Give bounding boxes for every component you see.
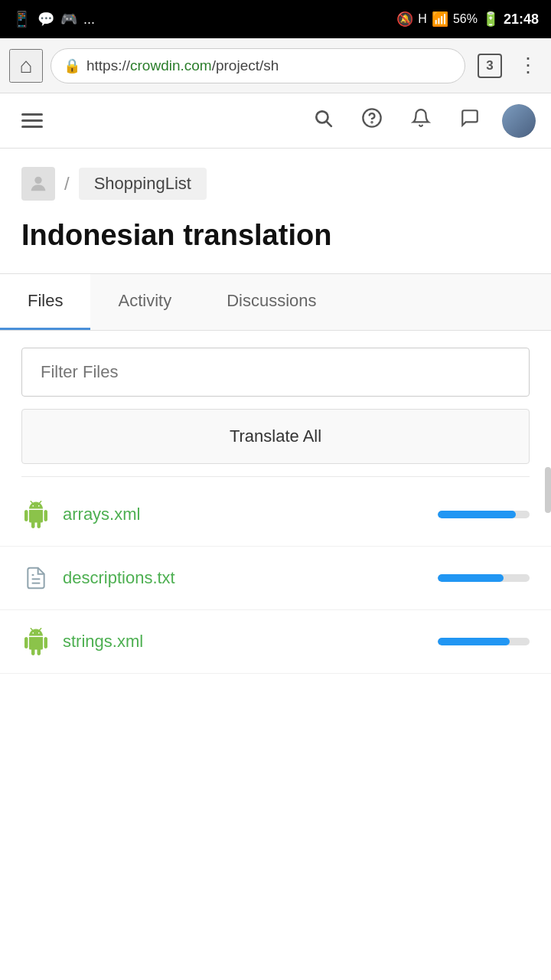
- lock-icon: 🔒: [64, 57, 80, 74]
- hamburger-menu-button[interactable]: [15, 107, 49, 134]
- list-item[interactable]: arrays.xml: [0, 483, 551, 547]
- app-header: [0, 93, 551, 149]
- notifications-button[interactable]: [404, 104, 438, 138]
- status-left: 📱 💬 🎮 ...: [12, 10, 95, 28]
- list-item[interactable]: strings.xml: [0, 610, 551, 674]
- mute-icon: 🔕: [396, 11, 413, 28]
- file-name-strings[interactable]: strings.xml: [63, 632, 425, 652]
- breadcrumb-separator: /: [64, 173, 70, 194]
- search-icon: [313, 108, 333, 133]
- file-list-divider: [21, 476, 530, 477]
- file-progress-strings: [438, 638, 530, 645]
- svg-line-1: [327, 122, 331, 126]
- app-icon-bbm: 💬: [37, 11, 54, 28]
- url-text: https://crowdin.com/project/sh: [86, 57, 452, 74]
- file-name-descriptions[interactable]: descriptions.txt: [63, 568, 425, 588]
- app-icon-whatsapp: 📱: [12, 10, 31, 28]
- main-content: / ShoppingList Indonesian translation Fi…: [0, 149, 551, 674]
- plain-file-icon: [21, 564, 51, 593]
- home-button[interactable]: ⌂: [9, 49, 43, 83]
- svg-point-4: [34, 177, 41, 184]
- signal-icon: 📶: [432, 11, 448, 28]
- app-icon-discord: 🎮: [60, 11, 77, 28]
- hamburger-line-1: [21, 113, 43, 116]
- url-protocol: https://: [86, 57, 130, 74]
- status-right: 🔕 H 📶 56% 🔋 21:48: [396, 11, 539, 28]
- home-icon: ⌂: [20, 54, 33, 78]
- help-icon: [361, 107, 383, 134]
- progress-fill-arrays: [438, 511, 516, 518]
- bell-icon: [411, 108, 431, 133]
- battery-icon: 🔋: [482, 11, 499, 28]
- scrollbar-indicator: [545, 467, 551, 513]
- browser-bar: ⌂ 🔒 https://crowdin.com/project/sh 3 ⋮: [0, 38, 551, 93]
- android-file-icon: [21, 500, 51, 529]
- filter-section: [0, 331, 551, 397]
- list-item[interactable]: descriptions.txt: [0, 547, 551, 610]
- messages-button[interactable]: [453, 104, 487, 138]
- progress-fill-descriptions: [438, 574, 504, 582]
- breadcrumb: / ShoppingList: [0, 149, 551, 213]
- search-button[interactable]: [306, 104, 340, 138]
- hamburger-line-2: [21, 119, 43, 122]
- status-dots: ...: [83, 11, 95, 28]
- url-domain: crowdin.com: [130, 57, 212, 74]
- battery-text: 56%: [453, 12, 478, 26]
- status-bar: 📱 💬 🎮 ... 🔕 H 📶 56% 🔋 21:48: [0, 0, 551, 38]
- network-type: H: [418, 12, 427, 26]
- avatar-image: [502, 104, 536, 138]
- user-avatar[interactable]: [502, 104, 536, 138]
- tab-activity[interactable]: Activity: [90, 274, 199, 330]
- help-button[interactable]: [355, 104, 389, 138]
- page-title: Indonesian translation: [0, 213, 551, 273]
- translate-all-button[interactable]: Translate All: [21, 409, 530, 464]
- url-path: /project/sh: [212, 57, 279, 74]
- browser-menu-button[interactable]: ⋮: [514, 54, 542, 77]
- breadcrumb-user-icon: [21, 167, 55, 201]
- tab-switcher-button[interactable]: 3: [473, 49, 507, 83]
- tabs-container: Files Activity Discussions: [0, 273, 551, 331]
- file-progress-descriptions: [438, 574, 530, 582]
- file-list: arrays.xml descriptions.txt: [0, 464, 551, 674]
- hamburger-line-3: [21, 126, 43, 128]
- filter-files-input[interactable]: [41, 362, 510, 382]
- file-progress-arrays: [438, 511, 530, 518]
- breadcrumb-project-name[interactable]: ShoppingList: [79, 168, 207, 200]
- time-display: 21:48: [504, 11, 539, 28]
- tab-count: 3: [478, 54, 502, 78]
- android-file-icon-2: [21, 627, 51, 656]
- chat-icon: [460, 108, 480, 133]
- tab-discussions[interactable]: Discussions: [199, 274, 344, 330]
- file-name-arrays[interactable]: arrays.xml: [63, 505, 425, 524]
- filter-input-wrapper[interactable]: [21, 348, 530, 397]
- tab-files[interactable]: Files: [0, 274, 90, 330]
- svg-point-3: [371, 122, 372, 122]
- progress-fill-strings: [438, 638, 510, 645]
- url-bar[interactable]: 🔒 https://crowdin.com/project/sh: [51, 48, 465, 83]
